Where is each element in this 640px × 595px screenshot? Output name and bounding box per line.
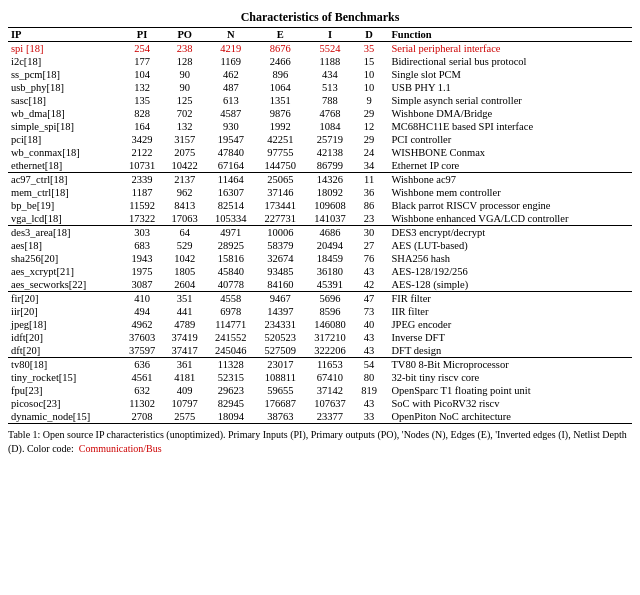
cell-pi: 2122 xyxy=(121,146,164,159)
cell-po: 64 xyxy=(163,226,206,240)
cell-ip: bp_be[19] xyxy=(8,199,121,212)
cell-n: 114771 xyxy=(206,318,256,331)
cell-n: 487 xyxy=(206,81,256,94)
cell-function: 32-bit tiny riscv core xyxy=(383,371,632,384)
cell-n: 47840 xyxy=(206,146,256,159)
cell-ip: iir[20] xyxy=(8,305,121,318)
cell-n: 19547 xyxy=(206,133,256,146)
cell-po: 3157 xyxy=(163,133,206,146)
cell-d: 11 xyxy=(355,173,384,187)
cell-ip: vga_lcd[18] xyxy=(8,212,121,226)
table-row: fir[20]41035145589467569647FIR filter xyxy=(8,292,632,306)
cell-pi: 1975 xyxy=(121,265,164,278)
cell-ip: usb_phy[18] xyxy=(8,81,121,94)
cell-d: 47 xyxy=(355,292,384,306)
cell-pi: 632 xyxy=(121,384,164,397)
cell-d: 29 xyxy=(355,133,384,146)
cell-function: PCI controller xyxy=(383,133,632,146)
cell-d: 9 xyxy=(355,94,384,107)
cell-d: 42 xyxy=(355,278,384,292)
cell-function: WISHBONE Conmax xyxy=(383,146,632,159)
cell-e: 227731 xyxy=(256,212,306,226)
header-n: N xyxy=(206,28,256,42)
cell-i: 8596 xyxy=(305,305,355,318)
cell-function: Single slot PCM xyxy=(383,68,632,81)
cell-e: 58379 xyxy=(256,239,306,252)
cell-e: 1992 xyxy=(256,120,306,133)
cell-po: 125 xyxy=(163,94,206,107)
table-row: tiny_rocket[15]4561418152315108811674108… xyxy=(8,371,632,384)
cell-ip: ss_pcm[18] xyxy=(8,68,121,81)
cell-d: 15 xyxy=(355,55,384,68)
cell-e: 520523 xyxy=(256,331,306,344)
cell-e: 59655 xyxy=(256,384,306,397)
cell-e: 527509 xyxy=(256,344,306,358)
cell-po: 409 xyxy=(163,384,206,397)
cell-function: Wishbone mem controller xyxy=(383,186,632,199)
cell-i: 86799 xyxy=(305,159,355,173)
cell-function: AES-128 (simple) xyxy=(383,278,632,292)
cell-i: 37142 xyxy=(305,384,355,397)
cell-i: 4686 xyxy=(305,226,355,240)
cell-pi: 4962 xyxy=(121,318,164,331)
header-d: D xyxy=(355,28,384,42)
cell-pi: 828 xyxy=(121,107,164,120)
table-row: des3_area[18]30364497110006468630DES3 en… xyxy=(8,226,632,240)
cell-ip: aes_xcrypt[21] xyxy=(8,265,121,278)
cell-po: 441 xyxy=(163,305,206,318)
cell-ip: des3_area[18] xyxy=(8,226,121,240)
cell-i: 23377 xyxy=(305,410,355,424)
table-row: wb_conmax[18]2122207547840977554213824WI… xyxy=(8,146,632,159)
cell-e: 144750 xyxy=(256,159,306,173)
table-row: iir[20]494441697814397859673IIR filter xyxy=(8,305,632,318)
cell-po: 238 xyxy=(163,42,206,56)
cell-d: 43 xyxy=(355,344,384,358)
header-ip: IP xyxy=(8,28,121,42)
cell-po: 2075 xyxy=(163,146,206,159)
cell-pi: 303 xyxy=(121,226,164,240)
cell-i: 109608 xyxy=(305,199,355,212)
cell-ip: ethernet[18] xyxy=(8,159,121,173)
cell-i: 513 xyxy=(305,81,355,94)
header-pi: PI xyxy=(121,28,164,42)
cell-n: 28925 xyxy=(206,239,256,252)
table-row: mem_ctrl[18]118796216307371461809236Wish… xyxy=(8,186,632,199)
cell-po: 2604 xyxy=(163,278,206,292)
cell-i: 1084 xyxy=(305,120,355,133)
table-row: pci[18]3429315719547422512571929PCI cont… xyxy=(8,133,632,146)
cell-e: 2466 xyxy=(256,55,306,68)
cell-po: 90 xyxy=(163,81,206,94)
cell-function: OpenSparc T1 floating point unit xyxy=(383,384,632,397)
cell-pi: 104 xyxy=(121,68,164,81)
cell-n: 82945 xyxy=(206,397,256,410)
cell-d: 80 xyxy=(355,371,384,384)
cell-ip: ac97_ctrl[18] xyxy=(8,173,121,187)
cell-i: 45391 xyxy=(305,278,355,292)
cell-po: 37419 xyxy=(163,331,206,344)
cell-i: 20494 xyxy=(305,239,355,252)
table-row: idft[20]376033741924155252052331721043In… xyxy=(8,331,632,344)
cell-ip: aes[18] xyxy=(8,239,121,252)
cell-ip: picosoc[23] xyxy=(8,397,121,410)
cell-function: SoC with PicoRV32 riscv xyxy=(383,397,632,410)
cell-e: 1064 xyxy=(256,81,306,94)
table-row: spi [18]25423842198676552435Serial perip… xyxy=(8,42,632,56)
cell-pi: 2339 xyxy=(121,173,164,187)
table-row: sasc[18]13512561313517889Simple asynch s… xyxy=(8,94,632,107)
table-row: vga_lcd[18]17322170631053342277311410372… xyxy=(8,212,632,226)
cell-function: Bidirectional serial bus protocol xyxy=(383,55,632,68)
cell-e: 37146 xyxy=(256,186,306,199)
cell-po: 4789 xyxy=(163,318,206,331)
cell-n: 241552 xyxy=(206,331,256,344)
cell-n: 930 xyxy=(206,120,256,133)
cell-ip: dynamic_node[15] xyxy=(8,410,121,424)
cell-po: 529 xyxy=(163,239,206,252)
cell-po: 128 xyxy=(163,55,206,68)
cell-n: 29623 xyxy=(206,384,256,397)
cell-d: 76 xyxy=(355,252,384,265)
cell-e: 84160 xyxy=(256,278,306,292)
cell-function: AES-128/192/256 xyxy=(383,265,632,278)
cell-d: 10 xyxy=(355,68,384,81)
cell-i: 25719 xyxy=(305,133,355,146)
cell-po: 8413 xyxy=(163,199,206,212)
